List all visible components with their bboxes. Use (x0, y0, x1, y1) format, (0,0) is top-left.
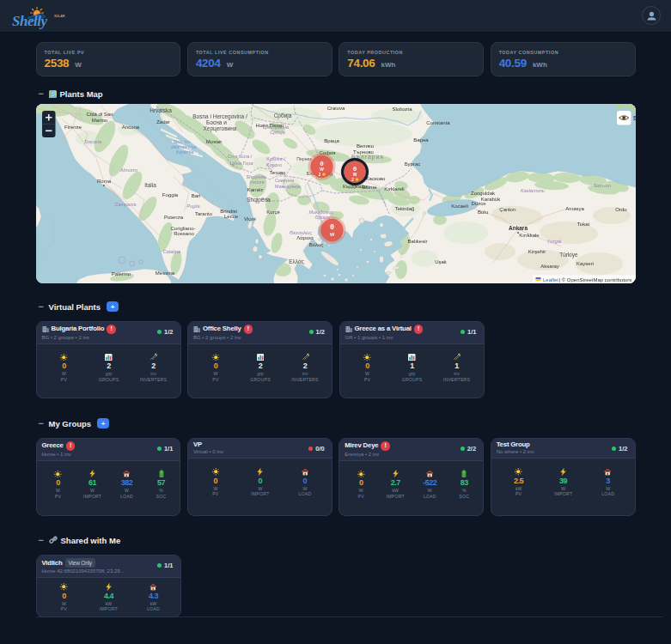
svg-text:Zadar: Zadar (156, 119, 170, 125)
svg-text:Çankırı: Çankırı (499, 207, 516, 212)
svg-text:Città di San: Città di San (86, 112, 113, 117)
svg-text:SOLAR: SOLAR (54, 15, 65, 18)
svg-text:Veriore: Veriore (249, 179, 265, 185)
svg-text:Kosovo: Kosovo (265, 162, 281, 167)
svg-text:Vlorë: Vlorë (243, 216, 256, 222)
svg-text:Bari: Bari (191, 193, 200, 198)
svg-text:Campania: Campania (114, 202, 136, 207)
svg-text:Foggia: Foggia (162, 192, 178, 197)
svg-text:W: W (329, 232, 334, 237)
svg-text:Se: Se (633, 115, 636, 121)
svg-text:Θεσσαλίας: Θεσσαλίας (289, 230, 312, 235)
svg-text:Ancona: Ancona (121, 125, 139, 130)
svg-text:Toscana: Toscana (83, 139, 101, 144)
svg-text:Kamëz: Kamëz (247, 187, 263, 192)
svg-text:Leaflet: Leaflet (543, 277, 558, 283)
svg-text:Босна и: Босна и (206, 119, 227, 125)
svg-text:Kosova /: Kosova / (266, 156, 285, 161)
svg-text:Constanta: Constanta (426, 120, 450, 125)
svg-text:Βόλος: Βόλος (308, 242, 322, 247)
svg-text:Marino: Marino (91, 118, 107, 123)
svg-text:Türkiye: Türkiye (559, 252, 578, 258)
svg-text:Λάρισα: Λάρισα (296, 235, 314, 240)
svg-text:Kastamonu: Kastamonu (521, 188, 545, 193)
svg-text:Србија: Србија (273, 112, 291, 119)
svg-text:Ankara: Ankara (508, 225, 527, 231)
svg-text:Firenze: Firenze (64, 125, 82, 130)
svg-text:Aksaray: Aksaray (540, 264, 559, 269)
svg-text:Велико: Велико (356, 143, 374, 149)
svg-text:Mostar: Mostar (205, 139, 221, 144)
svg-text:Samsun: Samsun (593, 183, 610, 188)
svg-text:Враца: Враца (324, 138, 339, 143)
svg-text:Kirşehir: Kirşehir (528, 249, 545, 254)
svg-text:Puglia: Puglia (186, 204, 199, 209)
svg-text:W: W (352, 173, 357, 177)
svg-text:županija: županija (174, 149, 193, 155)
svg-text:Edirne: Edirne (362, 185, 377, 190)
svg-text:Северна: Северна (274, 178, 294, 183)
svg-text:0: 0 (320, 161, 324, 167)
svg-text:Uşak: Uşak (435, 259, 448, 264)
svg-text:Варна: Варна (413, 137, 429, 143)
svg-text:Craiova: Craiova (326, 106, 345, 111)
svg-text:Kırıkkale: Kırıkkale (519, 233, 540, 238)
svg-text:Македонија: Македонија (275, 184, 302, 189)
svg-text:Tekirdağ: Tekirdağ (394, 206, 414, 211)
svg-text:Karabük: Karabük (480, 197, 500, 202)
svg-text:Ελλάς: Ελλάς (289, 258, 304, 265)
svg-text:Yozgat: Yozgat (546, 239, 561, 244)
svg-text:Хасково: Хасково (365, 176, 385, 181)
svg-text:Zonguldak: Zonguldak (470, 191, 495, 196)
svg-text:Црна Гора: Црна Гора (229, 161, 253, 166)
svg-text:Бургас: Бургас (404, 161, 419, 167)
svg-text:Hrvatska: Hrvatska (149, 107, 172, 113)
svg-text:Kırklareli: Kırklareli (384, 186, 404, 191)
svg-text:Amasya: Amasya (565, 206, 584, 211)
svg-text:Ordu: Ordu (615, 207, 626, 212)
svg-text:Taranto: Taranto (194, 211, 212, 216)
svg-text:Palermo: Palermo (111, 271, 131, 276)
svg-text:Rossano: Rossano (174, 231, 194, 236)
svg-text:Kayseri: Kayseri (576, 261, 593, 266)
svg-text:Lecce: Lecce (223, 214, 238, 219)
svg-text:| © OpenStreetMap contributors: | © OpenStreetMap contributors (558, 277, 631, 283)
svg-text:Shelly: Shelly (12, 13, 47, 29)
svg-text:Србија: Србија (270, 130, 284, 135)
svg-text:Kocaeli: Kocaeli (451, 204, 468, 209)
svg-text:Crna Gora /: Crna Gora / (227, 154, 252, 159)
svg-text:Tokat: Tokat (576, 222, 589, 227)
svg-text:Bolu: Bolu (477, 210, 487, 215)
svg-text:0: 0 (352, 166, 357, 173)
svg-text:Messina: Messina (155, 270, 174, 276)
svg-text:Korçë: Korçë (266, 210, 280, 215)
svg-text:W: W (320, 167, 324, 172)
svg-text:Abruzzo: Abruzzo (119, 167, 137, 173)
svg-text:Slobozia: Slobozia (392, 106, 412, 112)
svg-text:Херцеговина: Херцеговина (203, 125, 236, 132)
svg-text:Calabria: Calabria (162, 249, 180, 254)
svg-text:Roma: Roma (96, 179, 111, 184)
svg-text:0: 0 (329, 223, 333, 232)
svg-text:Balıkesir: Balıkesir (407, 239, 427, 244)
svg-text:Italia: Italia (144, 182, 156, 188)
svg-text:Shqipëria: Shqipëria (247, 197, 271, 204)
svg-text:Potenza: Potenza (163, 215, 183, 220)
svg-text:Тетово: Тетово (269, 170, 286, 175)
